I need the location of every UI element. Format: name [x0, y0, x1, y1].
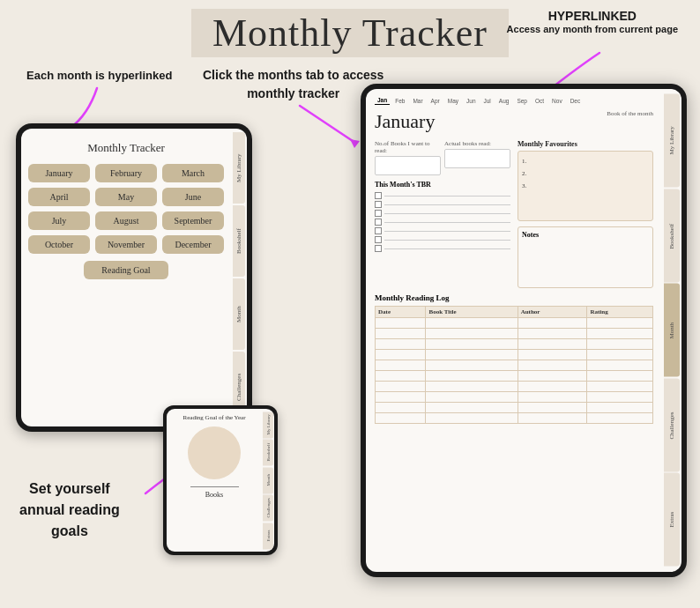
log-cell[interactable]	[587, 382, 653, 392]
log-row[interactable]	[376, 392, 653, 403]
actual-books-input[interactable]	[444, 149, 510, 168]
month-btn-june[interactable]: June	[162, 188, 224, 206]
log-cell[interactable]	[426, 350, 518, 360]
right-tab-extras[interactable]: Extras	[664, 473, 680, 567]
month-nav-jan[interactable]: Jan	[375, 96, 390, 105]
tbr-checkbox[interactable]	[375, 236, 382, 243]
log-cell[interactable]	[518, 392, 587, 403]
log-cell[interactable]	[587, 371, 653, 382]
small-tab-bookshelf[interactable]: Bookshelf	[263, 439, 273, 465]
log-cell[interactable]	[518, 413, 587, 424]
tbr-checkbox[interactable]	[375, 245, 382, 252]
log-cell[interactable]	[426, 360, 518, 371]
log-row[interactable]	[376, 350, 653, 360]
log-cell[interactable]	[426, 413, 518, 424]
log-row[interactable]	[376, 318, 653, 329]
log-cell[interactable]	[518, 339, 587, 350]
month-nav-jun[interactable]: Jun	[464, 96, 478, 105]
log-row[interactable]	[376, 413, 653, 424]
log-cell[interactable]	[376, 339, 426, 350]
tbr-checkbox[interactable]	[375, 227, 382, 234]
log-cell[interactable]	[518, 360, 587, 371]
log-cell[interactable]	[426, 329, 518, 339]
log-cell[interactable]	[587, 403, 653, 413]
log-cell[interactable]	[518, 329, 587, 339]
log-cell[interactable]	[587, 339, 653, 350]
month-nav-feb[interactable]: Feb	[392, 96, 407, 105]
month-btn-november[interactable]: November	[95, 235, 157, 254]
reading-log-title: Monthly Reading Log	[375, 293, 653, 302]
log-row[interactable]	[376, 371, 653, 382]
month-nav-nov[interactable]: Nov	[549, 96, 565, 105]
log-row[interactable]	[376, 329, 653, 339]
log-cell[interactable]	[376, 360, 426, 371]
log-cell[interactable]	[518, 350, 587, 360]
log-cell[interactable]	[376, 403, 426, 413]
right-tab-my-library[interactable]: My Library	[664, 94, 680, 188]
month-btn-april[interactable]: April	[28, 188, 90, 206]
sidebar-tab-month[interactable]: Month	[233, 278, 245, 350]
month-btn-july[interactable]: July	[28, 211, 90, 230]
log-cell[interactable]	[587, 350, 653, 360]
no-of-books-input[interactable]	[375, 156, 441, 175]
log-row[interactable]	[376, 382, 653, 392]
month-nav-aug[interactable]: Aug	[496, 96, 512, 105]
tracker-title: Monthly Tracker	[28, 141, 224, 155]
log-cell[interactable]	[426, 392, 518, 403]
log-cell[interactable]	[587, 360, 653, 371]
month-nav-may[interactable]: May	[445, 96, 461, 105]
tbr-checkbox[interactable]	[375, 219, 382, 226]
month-btn-september[interactable]: September	[162, 211, 224, 230]
sidebar-tab-bookshelf[interactable]: Bookshelf	[233, 205, 245, 277]
right-tab-bookshelf[interactable]: Bookshelf	[664, 189, 680, 283]
sidebar-tab-my-library[interactable]: My Library	[233, 132, 245, 204]
log-cell[interactable]	[518, 382, 587, 392]
log-cell[interactable]	[426, 382, 518, 392]
log-row[interactable]	[376, 403, 653, 413]
log-cell[interactable]	[518, 318, 587, 329]
log-cell[interactable]	[376, 329, 426, 339]
tbr-checkbox[interactable]	[375, 201, 382, 208]
log-row[interactable]	[376, 339, 653, 350]
log-cell[interactable]	[518, 371, 587, 382]
month-nav-jul[interactable]: Jul	[481, 96, 494, 105]
log-cell[interactable]	[376, 382, 426, 392]
tbr-checkbox[interactable]	[375, 192, 382, 199]
reading-goal-button[interactable]: Reading Goal	[84, 261, 168, 279]
log-cell[interactable]	[587, 413, 653, 424]
tbr-checkbox[interactable]	[375, 210, 382, 217]
log-cell[interactable]	[376, 350, 426, 360]
small-tab-extras[interactable]: Extras	[263, 523, 273, 549]
month-btn-march[interactable]: March	[162, 164, 224, 182]
log-cell[interactable]	[426, 371, 518, 382]
log-cell[interactable]	[587, 392, 653, 403]
log-row[interactable]	[376, 360, 653, 371]
month-nav-dec[interactable]: Dec	[568, 96, 584, 105]
log-cell[interactable]	[587, 329, 653, 339]
right-tab-month[interactable]: Month	[664, 284, 680, 377]
month-nav-apr[interactable]: Apr	[428, 96, 443, 105]
log-cell[interactable]	[376, 371, 426, 382]
month-nav-oct[interactable]: Oct	[532, 96, 547, 105]
month-btn-december[interactable]: December	[162, 235, 224, 254]
month-btn-august[interactable]: August	[95, 211, 157, 230]
month-nav-sep[interactable]: Sep	[514, 96, 530, 105]
left-tablet-screen: Monthly Tracker January February March A…	[21, 129, 231, 426]
small-tab-my-library[interactable]: My Library	[263, 412, 273, 438]
log-cell[interactable]	[426, 318, 518, 329]
month-btn-may[interactable]: May	[95, 188, 157, 206]
log-cell[interactable]	[376, 318, 426, 329]
log-cell[interactable]	[518, 403, 587, 413]
month-btn-february[interactable]: February	[95, 164, 157, 182]
right-tab-challenges[interactable]: Challenges	[664, 379, 680, 472]
log-cell[interactable]	[426, 403, 518, 413]
month-btn-january[interactable]: January	[28, 164, 90, 182]
log-cell[interactable]	[376, 392, 426, 403]
log-cell[interactable]	[376, 413, 426, 424]
small-tab-challenges[interactable]: Challenges	[263, 494, 273, 521]
small-tab-month[interactable]: Month	[263, 467, 273, 493]
log-cell[interactable]	[587, 318, 653, 329]
month-btn-october[interactable]: October	[28, 235, 90, 254]
month-nav-mar[interactable]: Mar	[410, 96, 425, 105]
log-cell[interactable]	[426, 339, 518, 350]
